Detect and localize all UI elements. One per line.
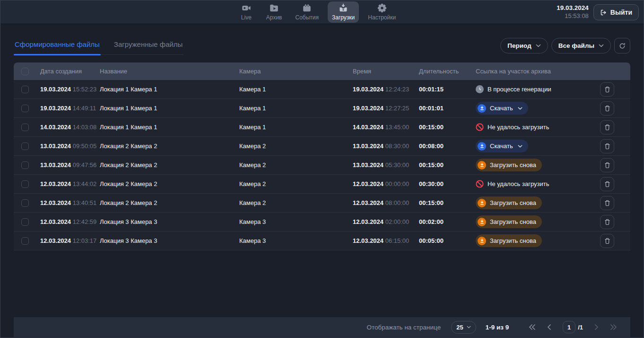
topbar-right: 19.03.2024 15:53:08 Выйти xyxy=(557,0,639,24)
name-cell: Локация 2 Камера 2 xyxy=(100,180,239,187)
last-page-button[interactable] xyxy=(610,324,617,330)
next-page-button[interactable] xyxy=(594,324,599,330)
current-page-input[interactable]: 1 xyxy=(563,321,575,333)
files-filter-button[interactable]: Все файлы xyxy=(551,38,611,53)
status-label: В процессе генерации xyxy=(487,86,551,93)
delete-row-button[interactable] xyxy=(600,177,614,191)
delete-row-button[interactable] xyxy=(600,215,614,229)
delete-row-button[interactable] xyxy=(600,234,614,248)
status-cell: Скачать xyxy=(476,140,600,152)
column-header-name: Название xyxy=(100,68,239,75)
chevron-down-icon xyxy=(599,44,604,47)
download-circle-icon xyxy=(478,161,486,169)
period-filter-button[interactable]: Период xyxy=(500,38,548,53)
status-failed: Не удалось загрузить xyxy=(476,123,549,131)
trash-icon xyxy=(604,218,611,226)
table-row: 12.03.2024 12:03:17 Локация 3 Камера 3 К… xyxy=(14,231,630,250)
time-cell: 19.03.2024 12:24:23 xyxy=(353,86,419,93)
retry-button-label: Загрузить снова xyxy=(490,199,536,206)
status-cell: Скачать xyxy=(476,102,600,115)
logout-label: Выйти xyxy=(610,9,632,16)
delete-row-button[interactable] xyxy=(600,101,614,116)
double-chevron-right-icon xyxy=(610,324,617,330)
delete-row-button[interactable] xyxy=(600,158,614,172)
delete-row-button[interactable] xyxy=(600,120,614,134)
name-cell: Локация 3 Камера 3 xyxy=(100,237,239,244)
table-row: 13.03.2024 09:50:05 Локация 2 Камера 2 К… xyxy=(14,137,630,156)
row-checkbox[interactable] xyxy=(21,124,29,131)
first-page-button[interactable] xyxy=(529,324,536,330)
download-circle-icon xyxy=(478,199,486,207)
created-cell: 12.03.2024 13:40:51 xyxy=(40,199,100,206)
row-checkbox[interactable] xyxy=(21,142,29,150)
created-cell: 13.03.2024 09:50:05 xyxy=(40,142,100,150)
nav-label: Архив xyxy=(266,14,282,21)
table-row: 12.03.2024 13:40:51 Локация 2 Камера 2 К… xyxy=(14,194,630,213)
name-cell: Локация 3 Камера 3 xyxy=(100,218,239,225)
select-all-checkbox[interactable] xyxy=(21,68,29,75)
retry-button-label: Загрузить снова xyxy=(490,237,536,244)
duration-cell: 00:30:00 xyxy=(419,180,476,187)
retry-download-button[interactable]: Загрузить снова xyxy=(476,215,542,228)
nav-item-events[interactable]: События xyxy=(291,1,323,23)
status-generating: В процессе генерации xyxy=(476,85,551,93)
system-time: 15:53:08 xyxy=(557,12,589,20)
trash-icon xyxy=(604,237,611,245)
column-header-time: Время xyxy=(353,68,419,75)
delete-row-button[interactable] xyxy=(600,139,614,153)
events-icon xyxy=(302,3,312,13)
download-circle-icon xyxy=(478,142,486,151)
table-row: 12.03.2024 12:42:59 Локация 3 Камера 3 К… xyxy=(14,213,630,231)
row-checkbox[interactable] xyxy=(21,86,29,93)
created-cell: 12.03.2024 12:42:59 xyxy=(40,218,100,225)
clock-icon xyxy=(476,85,484,93)
download-circle-icon xyxy=(478,218,486,226)
row-checkbox[interactable] xyxy=(21,105,29,112)
retry-download-button[interactable]: Загрузить снова xyxy=(476,196,542,209)
duration-cell: 00:01:15 xyxy=(419,86,476,93)
row-checkbox[interactable] xyxy=(21,180,29,188)
logout-button[interactable]: Выйти xyxy=(593,4,639,20)
row-checkbox[interactable] xyxy=(21,161,29,169)
row-checkbox[interactable] xyxy=(21,199,29,207)
nav-item-archive[interactable]: Архив xyxy=(262,1,287,23)
refresh-button[interactable] xyxy=(614,38,630,53)
duration-cell: 00:05:00 xyxy=(419,237,476,244)
ban-icon xyxy=(476,123,484,131)
tab-generated-files[interactable]: Сформированные файлы xyxy=(14,40,101,54)
row-checkbox[interactable] xyxy=(21,237,29,245)
created-cell: 13.03.2024 09:47:56 xyxy=(40,161,100,169)
tab-uploaded-files[interactable]: Загруженные файлы xyxy=(113,40,184,54)
camera-cell: Камера 1 xyxy=(239,86,353,93)
download-button[interactable]: Скачать xyxy=(476,140,528,152)
download-circle-icon xyxy=(478,237,486,245)
status-label: Не удалось загрузить xyxy=(487,180,549,187)
table-row: 12.03.2024 13:44:02 Локация 2 Камера 2 К… xyxy=(14,175,630,194)
status-cell: Загрузить снова xyxy=(476,159,600,171)
delete-row-button[interactable] xyxy=(600,82,614,97)
name-cell: Локация 1 Камера 1 xyxy=(100,124,239,131)
nav-item-settings[interactable]: Настройки xyxy=(364,1,400,23)
top-bar: Live Архив xyxy=(0,0,644,24)
nav-item-live[interactable]: Live xyxy=(235,1,257,23)
time-cell: 12.03.2024 08:00:00 xyxy=(353,199,419,206)
nav-label: Live xyxy=(241,14,252,21)
retry-download-button[interactable]: Загрузить снова xyxy=(476,159,542,171)
camera-cell: Камера 3 xyxy=(239,218,353,225)
nav-item-downloads[interactable]: Загрузки xyxy=(328,1,359,23)
retry-download-button[interactable]: Загрузить снова xyxy=(476,234,542,247)
row-checkbox[interactable] xyxy=(21,218,29,226)
per-page-select[interactable]: 25 xyxy=(451,321,476,334)
prev-page-button[interactable] xyxy=(547,324,551,330)
camera-cell: Камера 2 xyxy=(239,180,353,187)
camera-cell: Камера 1 xyxy=(239,124,353,131)
nav-label: Настройки xyxy=(368,14,396,21)
duration-cell: 00:08:00 xyxy=(419,142,476,150)
trash-icon xyxy=(604,105,611,112)
column-header-duration: Длительность xyxy=(419,68,476,75)
status-failed: Не удалось загрузить xyxy=(476,180,549,188)
delete-row-button[interactable] xyxy=(600,196,614,210)
column-header-created: Дата создания xyxy=(40,68,100,75)
download-button[interactable]: Скачать xyxy=(476,102,528,115)
files-table: Дата создания Название Камера Время Длит… xyxy=(14,62,630,250)
